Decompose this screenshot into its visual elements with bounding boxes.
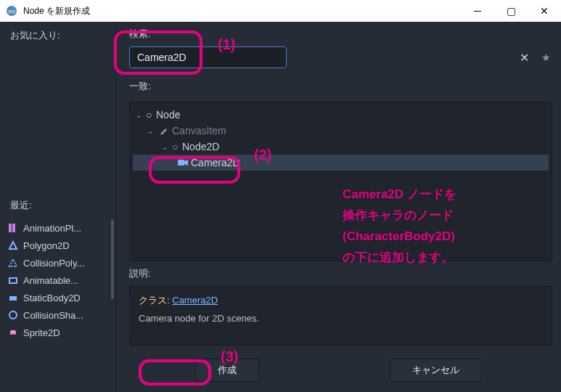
node-type-icon: [7, 222, 19, 234]
camera-icon: [176, 158, 189, 168]
svg-rect-5: [9, 224, 12, 232]
svg-rect-13: [178, 160, 184, 166]
maximize-button[interactable]: ▢: [494, 0, 528, 22]
tree-row-node[interactable]: ⌄ ○ Node: [133, 107, 549, 123]
recent-item[interactable]: CollisionPoly...: [0, 254, 115, 271]
favorites-area: [0, 46, 115, 192]
favorites-label: お気に入り:: [0, 22, 115, 46]
recent-label: 最近:: [0, 192, 115, 216]
window-titlebar: Node を新規作成 ─ ▢ ✕: [0, 0, 561, 22]
recent-item-label: CollisionPoly...: [23, 258, 84, 269]
tree-row-canvasitem[interactable]: ⌄ CanvasItem: [133, 123, 549, 139]
recent-item-label: CollisionSha...: [23, 310, 83, 321]
recent-item[interactable]: Sprite2D: [0, 324, 115, 341]
chevron-down-icon[interactable]: ⌄: [136, 111, 146, 119]
svg-rect-7: [9, 278, 17, 283]
recent-item-label: Sprite2D: [23, 327, 60, 338]
tree-label: Node2D: [182, 141, 219, 152]
search-label: 検索:: [129, 28, 548, 41]
description-text: Camera node for 2D scenes.: [139, 313, 543, 324]
favorite-star-icon[interactable]: ★: [539, 52, 552, 63]
recent-item-label: Animatable...: [23, 275, 78, 286]
sidebar: お気に入り: 最近: AnimationPl...Polygon2DCollis…: [0, 22, 116, 392]
recent-item-label: StaticBody2D: [23, 293, 81, 303]
recent-item[interactable]: StaticBody2D: [0, 289, 115, 306]
main-panel: 検索: ✕ ★ 一致: ⌄ ○ Node ⌄ C: [116, 22, 561, 392]
node-icon: ○: [146, 109, 156, 121]
recent-item[interactable]: AnimationPl...: [0, 219, 115, 237]
node-type-icon: [7, 257, 19, 269]
recent-list: AnimationPl...Polygon2DCollisionPoly...A…: [0, 216, 115, 392]
close-button[interactable]: ✕: [528, 0, 561, 22]
svg-rect-6: [12, 224, 15, 232]
tree-row-node2d[interactable]: ⌄ ○ Node2D: [133, 139, 549, 155]
tree-label: Camera2D: [191, 157, 240, 168]
node-type-icon: [7, 327, 19, 338]
node2d-icon: ○: [172, 141, 182, 152]
node-tree: ⌄ ○ Node ⌄ CanvasItem ⌄ ○ Node2D: [129, 102, 552, 261]
svg-point-0: [7, 6, 17, 16]
chevron-down-icon[interactable]: ⌄: [147, 127, 157, 135]
node-type-icon: [7, 292, 19, 303]
chevron-down-icon[interactable]: ⌄: [162, 143, 172, 151]
class-line: クラス: Camera2D: [139, 294, 543, 307]
cancel-button[interactable]: キャンセル: [390, 359, 482, 382]
description-panel: クラス: Camera2D Camera node for 2D scenes.: [129, 286, 552, 346]
svg-point-9: [9, 311, 17, 319]
matches-label: 一致:: [129, 80, 548, 93]
recent-item[interactable]: Polygon2D: [0, 237, 115, 254]
description-label: 説明:: [129, 267, 548, 280]
node-type-icon: [7, 240, 19, 251]
svg-point-3: [9, 11, 11, 12]
node-type-icon: [7, 274, 19, 286]
create-button[interactable]: 作成: [195, 359, 259, 382]
recent-item-label: AnimationPl...: [23, 223, 81, 234]
svg-rect-8: [9, 296, 17, 301]
class-link[interactable]: Camera2D: [172, 295, 218, 306]
tree-label: Node: [156, 109, 180, 121]
minimize-button[interactable]: ─: [461, 0, 494, 22]
window-title: Node を新規作成: [23, 5, 461, 17]
recent-item[interactable]: CollisionSha...: [0, 306, 115, 324]
svg-point-4: [13, 11, 15, 12]
search-input[interactable]: [129, 46, 287, 68]
recent-item[interactable]: Animatable...: [0, 271, 115, 289]
clear-search-icon[interactable]: ✕: [520, 51, 529, 65]
tree-row-camera2d[interactable]: Camera2D: [133, 155, 549, 171]
node-type-icon: [7, 309, 19, 321]
svg-rect-12: [10, 330, 16, 333]
recent-item-label: Polygon2D: [23, 240, 70, 251]
godot-icon: [6, 5, 17, 17]
scrollbar-thumb[interactable]: [111, 219, 114, 299]
canvasitem-icon: [157, 126, 171, 136]
tree-label: CanvasItem: [172, 125, 226, 136]
